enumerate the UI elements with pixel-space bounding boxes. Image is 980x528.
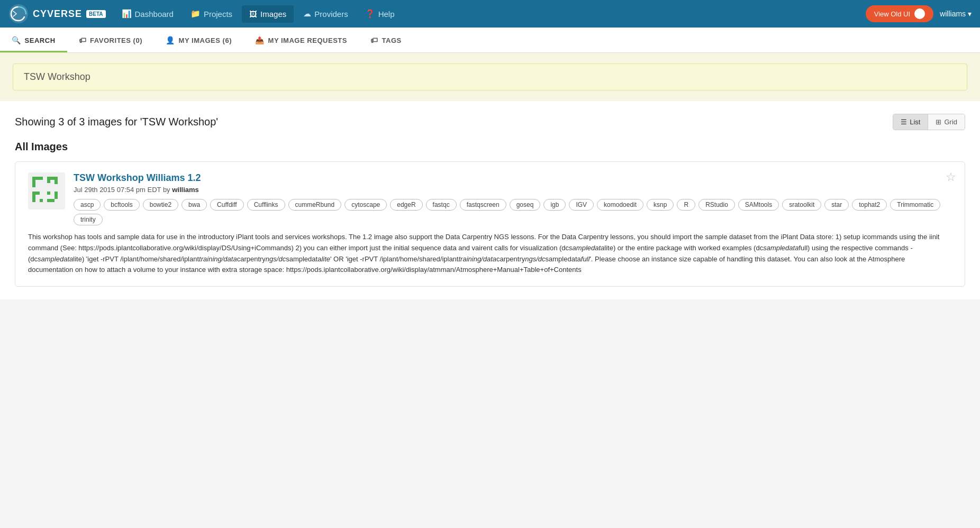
section-title: All Images	[15, 141, 965, 153]
cloud-icon: ☁	[303, 9, 311, 19]
svg-rect-10	[40, 199, 43, 202]
view-old-ui-button[interactable]: View Old UI	[866, 5, 933, 22]
card-info: TSW Workshop Williams 1.2 Jul 29th 2015 …	[74, 172, 952, 225]
dashboard-icon: 📊	[122, 9, 132, 19]
svg-rect-4	[40, 177, 43, 180]
grid-view-button[interactable]: ⊞ Grid	[928, 114, 965, 130]
main-content: Showing 3 of 3 images for 'TSW Workshop'…	[0, 101, 980, 299]
card-meta: Jul 29th 2015 07:54 pm EDT by williams	[74, 186, 952, 194]
list-icon: ☰	[901, 118, 907, 126]
my-images-tab-icon: 👤	[166, 36, 175, 44]
tag-badge[interactable]: SAMtools	[738, 199, 779, 211]
image-date: Jul 29th 2015 07:54 pm EDT	[74, 186, 163, 194]
favorite-button[interactable]: ☆	[946, 170, 956, 184]
tab-search[interactable]: 🔍 SEARCH	[0, 28, 67, 52]
search-section	[0, 53, 980, 101]
tag-badge[interactable]: trinity	[74, 214, 103, 225]
svg-rect-6	[55, 177, 58, 184]
svg-rect-7	[47, 180, 50, 183]
svg-rect-13	[47, 199, 55, 202]
favorites-tab-icon: 🏷	[79, 36, 87, 44]
tag-badge[interactable]: sratoolkit	[782, 199, 821, 211]
grid-icon: ⊞	[936, 118, 941, 126]
svg-rect-5	[47, 177, 55, 180]
tag-badge[interactable]: ascp	[74, 199, 101, 211]
search-input[interactable]	[13, 63, 967, 90]
tag-badge[interactable]: bowtie2	[143, 199, 178, 211]
results-header: Showing 3 of 3 images for 'TSW Workshop'…	[15, 114, 965, 130]
image-title[interactable]: TSW Workshop Williams 1.2	[74, 172, 952, 184]
svg-rect-8	[32, 192, 40, 195]
by-label: by	[163, 186, 172, 194]
svg-rect-12	[55, 192, 58, 199]
tag-badge[interactable]: bcftools	[104, 199, 139, 211]
tag-badge[interactable]: star	[824, 199, 849, 211]
nav-images[interactable]: 🖼 Images	[242, 5, 294, 23]
search-tab-icon: 🔍	[12, 36, 21, 44]
my-image-requests-tab-icon: 📤	[255, 36, 265, 44]
user-menu[interactable]: williams ▾	[940, 10, 972, 18]
help-icon: ❓	[365, 9, 375, 19]
list-view-button[interactable]: ☰ List	[893, 114, 928, 130]
toggle-circle-icon	[914, 8, 925, 19]
tag-badge[interactable]: tophat2	[852, 199, 887, 211]
tag-badge[interactable]: komodoedit	[597, 199, 643, 211]
card-description: This workshop has tools and sample data …	[28, 232, 952, 276]
beta-badge: BETA	[86, 10, 105, 18]
card-thumbnail	[28, 172, 65, 210]
tag-badge[interactable]: cytoscape	[344, 199, 387, 211]
tags-row: ascpbcftoolsbowtie2bwaCuffdiffCufflinksc…	[74, 199, 952, 225]
view-toggle: ☰ List ⊞ Grid	[893, 114, 965, 130]
tab-tags[interactable]: 🏷 TAGS	[359, 28, 413, 52]
tag-badge[interactable]: ksnp	[647, 199, 674, 211]
tab-favorites[interactable]: 🏷 FAVORITES (0)	[67, 28, 155, 52]
tag-badge[interactable]: IGV	[569, 199, 594, 211]
results-summary: Showing 3 of 3 images for 'TSW Workshop'	[15, 116, 218, 128]
navbar: CYVERSE BETA 📊 Dashboard 📁 Projects 🖼 Im…	[0, 0, 980, 28]
tag-badge[interactable]: cummeRbund	[288, 199, 342, 211]
image-author: williams	[172, 186, 199, 194]
tab-my-image-requests[interactable]: 📤 MY IMAGE REQUESTS	[243, 28, 359, 52]
tag-badge[interactable]: goseq	[510, 199, 541, 211]
tag-badge[interactable]: RStudio	[698, 199, 735, 211]
tabs-bar: 🔍 SEARCH 🏷 FAVORITES (0) 👤 MY IMAGES (6)…	[0, 28, 980, 53]
nav-dashboard[interactable]: 📊 Dashboard	[114, 5, 181, 23]
brand-name: CYVERSE	[33, 8, 82, 20]
images-icon: 🖼	[249, 10, 257, 19]
nav-items: 📊 Dashboard 📁 Projects 🖼 Images ☁ Provid…	[114, 5, 866, 23]
svg-rect-2	[32, 177, 40, 180]
tags-tab-icon: 🏷	[370, 36, 378, 44]
nav-providers[interactable]: ☁ Providers	[296, 5, 355, 23]
tag-badge[interactable]: Cuffdiff	[210, 199, 244, 211]
tag-badge[interactable]: Cufflinks	[247, 199, 285, 211]
svg-rect-11	[47, 192, 50, 195]
tag-badge[interactable]: R	[677, 199, 695, 211]
cyverse-logo	[8, 4, 29, 24]
card-header: TSW Workshop Williams 1.2 Jul 29th 2015 …	[28, 172, 952, 225]
nav-right: View Old UI williams ▾	[866, 5, 972, 22]
folder-icon: 📁	[190, 9, 201, 19]
tag-badge[interactable]: igb	[543, 199, 566, 211]
tag-badge[interactable]: fastqscreen	[460, 199, 506, 211]
svg-rect-3	[32, 180, 35, 187]
tag-badge[interactable]: bwa	[182, 199, 207, 211]
nav-projects[interactable]: 📁 Projects	[183, 5, 240, 23]
tag-badge[interactable]: fastqc	[426, 199, 457, 211]
tag-badge[interactable]: edgeR	[390, 199, 422, 211]
tab-my-images[interactable]: 👤 MY IMAGES (6)	[154, 28, 243, 52]
svg-rect-9	[32, 195, 35, 202]
image-card: ☆ TSW Workshop Williams 1.2	[15, 161, 965, 287]
nav-help[interactable]: ❓ Help	[358, 5, 402, 23]
brand: CYVERSE BETA	[8, 4, 106, 24]
tag-badge[interactable]: Trimmomatic	[890, 199, 940, 211]
